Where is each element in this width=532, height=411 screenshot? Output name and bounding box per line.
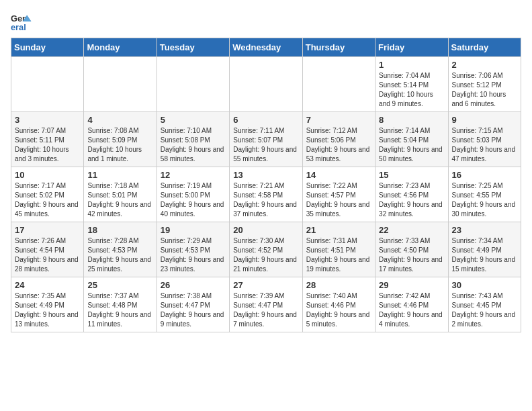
day-number: 20 <box>233 225 298 235</box>
day-number: 11 <box>87 170 152 180</box>
day-number: 4 <box>87 115 152 125</box>
day-number: 14 <box>306 170 371 180</box>
day-cell: 24Sunrise: 7:35 AM Sunset: 4:49 PM Dayli… <box>11 277 84 332</box>
day-cell: 8Sunrise: 7:14 AM Sunset: 5:04 PM Daylig… <box>375 112 448 167</box>
day-number: 25 <box>87 280 152 290</box>
day-header-thursday: Thursday <box>302 38 375 57</box>
day-number: 23 <box>452 225 517 235</box>
day-info: Sunrise: 7:15 AM Sunset: 5:03 PM Dayligh… <box>452 126 517 164</box>
day-info: Sunrise: 7:42 AM Sunset: 4:46 PM Dayligh… <box>379 291 444 329</box>
day-cell: 11Sunrise: 7:18 AM Sunset: 5:01 PM Dayli… <box>84 167 157 222</box>
day-info: Sunrise: 7:40 AM Sunset: 4:46 PM Dayligh… <box>306 291 371 329</box>
day-info: Sunrise: 7:38 AM Sunset: 4:47 PM Dayligh… <box>161 291 226 329</box>
day-info: Sunrise: 7:43 AM Sunset: 4:45 PM Dayligh… <box>452 291 517 329</box>
day-info: Sunrise: 7:33 AM Sunset: 4:50 PM Dayligh… <box>379 236 444 274</box>
day-cell: 21Sunrise: 7:31 AM Sunset: 4:51 PM Dayli… <box>302 222 375 277</box>
day-info: Sunrise: 7:34 AM Sunset: 4:49 PM Dayligh… <box>452 236 517 274</box>
day-number: 26 <box>161 280 226 290</box>
day-header-friday: Friday <box>375 38 448 57</box>
day-number: 7 <box>306 115 371 125</box>
day-number: 3 <box>15 115 80 125</box>
week-row-4: 17Sunrise: 7:26 AM Sunset: 4:54 PM Dayli… <box>11 222 521 277</box>
day-info: Sunrise: 7:07 AM Sunset: 5:11 PM Dayligh… <box>15 126 80 164</box>
day-info: Sunrise: 7:37 AM Sunset: 4:48 PM Dayligh… <box>87 291 152 329</box>
day-cell: 1Sunrise: 7:04 AM Sunset: 5:14 PM Daylig… <box>375 57 448 112</box>
day-info: Sunrise: 7:23 AM Sunset: 4:56 PM Dayligh… <box>379 181 444 219</box>
day-number: 12 <box>161 170 226 180</box>
calendar-header-row: SundayMondayTuesdayWednesdayThursdayFrid… <box>11 38 521 57</box>
day-info: Sunrise: 7:25 AM Sunset: 4:55 PM Dayligh… <box>452 181 517 219</box>
svg-text:eral: eral <box>11 22 26 32</box>
day-info: Sunrise: 7:14 AM Sunset: 5:04 PM Dayligh… <box>379 126 444 164</box>
day-cell: 26Sunrise: 7:38 AM Sunset: 4:47 PM Dayli… <box>157 277 229 332</box>
day-cell: 17Sunrise: 7:26 AM Sunset: 4:54 PM Dayli… <box>11 222 84 277</box>
day-info: Sunrise: 7:10 AM Sunset: 5:08 PM Dayligh… <box>161 126 226 164</box>
day-header-tuesday: Tuesday <box>157 38 229 57</box>
day-info: Sunrise: 7:31 AM Sunset: 4:51 PM Dayligh… <box>306 236 371 274</box>
day-cell: 22Sunrise: 7:33 AM Sunset: 4:50 PM Dayli… <box>375 222 448 277</box>
day-cell: 4Sunrise: 7:08 AM Sunset: 5:09 PM Daylig… <box>84 112 157 167</box>
day-cell: 7Sunrise: 7:12 AM Sunset: 5:06 PM Daylig… <box>302 112 375 167</box>
calendar: SundayMondayTuesdayWednesdayThursdayFrid… <box>11 38 521 332</box>
day-cell: 10Sunrise: 7:17 AM Sunset: 5:02 PM Dayli… <box>11 167 84 222</box>
week-row-3: 10Sunrise: 7:17 AM Sunset: 5:02 PM Dayli… <box>11 167 521 222</box>
day-cell: 29Sunrise: 7:42 AM Sunset: 4:46 PM Dayli… <box>375 277 448 332</box>
day-header-monday: Monday <box>84 38 157 57</box>
day-info: Sunrise: 7:22 AM Sunset: 4:57 PM Dayligh… <box>306 181 371 219</box>
day-cell <box>230 57 302 112</box>
page-header: Gen eral <box>11 11 521 32</box>
day-info: Sunrise: 7:17 AM Sunset: 5:02 PM Dayligh… <box>15 181 80 219</box>
day-cell: 18Sunrise: 7:28 AM Sunset: 4:53 PM Dayli… <box>84 222 157 277</box>
day-number: 8 <box>379 115 444 125</box>
day-cell: 15Sunrise: 7:23 AM Sunset: 4:56 PM Dayli… <box>375 167 448 222</box>
day-number: 2 <box>452 60 517 70</box>
day-header-wednesday: Wednesday <box>230 38 302 57</box>
day-number: 24 <box>15 280 80 290</box>
day-info: Sunrise: 7:08 AM Sunset: 5:09 PM Dayligh… <box>87 126 152 164</box>
day-cell <box>302 57 375 112</box>
day-info: Sunrise: 7:28 AM Sunset: 4:53 PM Dayligh… <box>87 236 152 274</box>
day-number: 29 <box>379 280 444 290</box>
day-cell: 3Sunrise: 7:07 AM Sunset: 5:11 PM Daylig… <box>11 112 84 167</box>
day-info: Sunrise: 7:30 AM Sunset: 4:52 PM Dayligh… <box>233 236 298 274</box>
day-info: Sunrise: 7:26 AM Sunset: 4:54 PM Dayligh… <box>15 236 80 274</box>
day-info: Sunrise: 7:39 AM Sunset: 4:47 PM Dayligh… <box>233 291 298 329</box>
day-number: 6 <box>233 115 298 125</box>
day-cell: 12Sunrise: 7:19 AM Sunset: 5:00 PM Dayli… <box>157 167 229 222</box>
day-cell: 5Sunrise: 7:10 AM Sunset: 5:08 PM Daylig… <box>157 112 229 167</box>
day-info: Sunrise: 7:29 AM Sunset: 4:53 PM Dayligh… <box>161 236 226 274</box>
day-info: Sunrise: 7:19 AM Sunset: 5:00 PM Dayligh… <box>161 181 226 219</box>
day-number: 30 <box>452 280 517 290</box>
day-number: 27 <box>233 280 298 290</box>
day-cell: 16Sunrise: 7:25 AM Sunset: 4:55 PM Dayli… <box>448 167 521 222</box>
day-number: 21 <box>306 225 371 235</box>
day-cell <box>157 57 229 112</box>
day-info: Sunrise: 7:18 AM Sunset: 5:01 PM Dayligh… <box>87 181 152 219</box>
day-cell <box>84 57 157 112</box>
day-number: 22 <box>379 225 444 235</box>
day-cell: 30Sunrise: 7:43 AM Sunset: 4:45 PM Dayli… <box>448 277 521 332</box>
week-row-2: 3Sunrise: 7:07 AM Sunset: 5:11 PM Daylig… <box>11 112 521 167</box>
week-row-1: 1Sunrise: 7:04 AM Sunset: 5:14 PM Daylig… <box>11 57 521 112</box>
day-cell: 20Sunrise: 7:30 AM Sunset: 4:52 PM Dayli… <box>230 222 302 277</box>
day-info: Sunrise: 7:11 AM Sunset: 5:07 PM Dayligh… <box>233 126 298 164</box>
day-number: 1 <box>379 60 444 70</box>
day-number: 9 <box>452 115 517 125</box>
day-cell: 25Sunrise: 7:37 AM Sunset: 4:48 PM Dayli… <box>84 277 157 332</box>
day-number: 16 <box>452 170 517 180</box>
day-number: 28 <box>306 280 371 290</box>
day-number: 19 <box>161 225 226 235</box>
day-number: 13 <box>233 170 298 180</box>
day-number: 10 <box>15 170 80 180</box>
logo: Gen eral <box>11 11 35 32</box>
day-info: Sunrise: 7:21 AM Sunset: 4:58 PM Dayligh… <box>233 181 298 219</box>
logo-icon: Gen eral <box>11 11 32 32</box>
day-number: 18 <box>87 225 152 235</box>
day-cell: 13Sunrise: 7:21 AM Sunset: 4:58 PM Dayli… <box>230 167 302 222</box>
week-row-5: 24Sunrise: 7:35 AM Sunset: 4:49 PM Dayli… <box>11 277 521 332</box>
day-cell <box>11 57 84 112</box>
day-cell: 23Sunrise: 7:34 AM Sunset: 4:49 PM Dayli… <box>448 222 521 277</box>
day-number: 17 <box>15 225 80 235</box>
day-number: 5 <box>161 115 226 125</box>
day-info: Sunrise: 7:12 AM Sunset: 5:06 PM Dayligh… <box>306 126 371 164</box>
